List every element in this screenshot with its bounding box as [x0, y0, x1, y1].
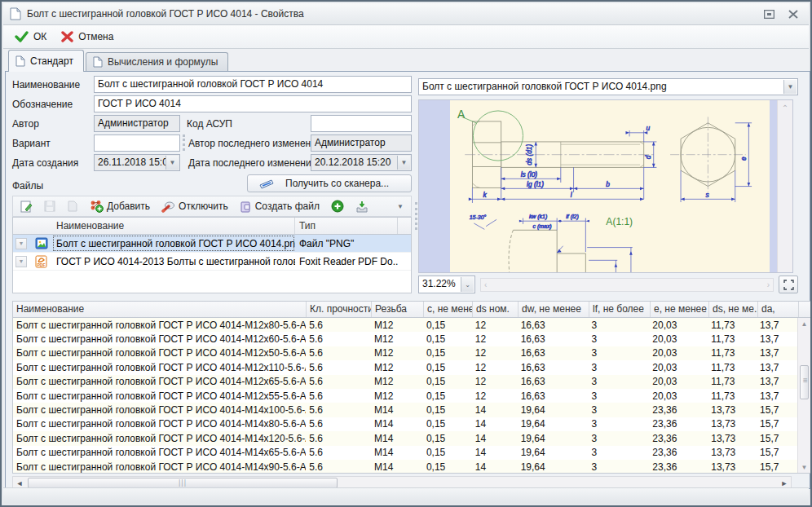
- preview-vertical-scrollbar[interactable]: ⌃: [777, 100, 792, 272]
- spec-row[interactable]: Болт с шестигранной головкой ГОСТ Р ИСО …: [13, 375, 797, 389]
- spec-vertical-scrollbar[interactable]: ▲ ▼: [797, 318, 810, 473]
- spec-row[interactable]: Болт с шестигранной головкой ГОСТ Р ИСО …: [13, 360, 797, 374]
- spec-col-header[interactable]: e, не менее: [651, 302, 709, 317]
- scroll-right-icon[interactable]: ►: [778, 479, 791, 487]
- variant-field[interactable]: [94, 134, 180, 152]
- zoom-dropdown-icon[interactable]: ⌄: [461, 277, 474, 292]
- add-file-button[interactable]: Добавить: [87, 198, 152, 214]
- file-row[interactable]: ▼PDFГОСТ Р ИСО 4014-2013 Болты с шестигр…: [13, 253, 411, 271]
- spec-cell: 5.6: [306, 461, 371, 473]
- tab-formulas[interactable]: Вычисления и формулы: [86, 52, 228, 72]
- restore-button[interactable]: [760, 7, 778, 21]
- spec-row[interactable]: Болт с шестигранной головкой ГОСТ Р ИСО …: [13, 446, 797, 460]
- file-name-cell[interactable]: Болт с шестигранной головкой ГОСТ Р ИСО …: [52, 235, 295, 252]
- title-bar: Болт с шестигранной головкой ГОСТ Р ИСО …: [3, 3, 809, 25]
- author-field: Администратор: [94, 115, 180, 132]
- spec-col-header[interactable]: Кл. прочности: [307, 302, 372, 317]
- file-type-cell[interactable]: Файл "PNG": [295, 235, 398, 252]
- pdf-file-icon: PDF: [35, 255, 47, 268]
- file-name-cell[interactable]: ГОСТ Р ИСО 4014-2013 Болты с шестигранно…: [52, 253, 295, 270]
- create-file-button[interactable]: Создать файл: [237, 199, 322, 214]
- preview-file-dropdown-icon[interactable]: ▼: [783, 80, 797, 94]
- spec-cell: 13,7: [757, 376, 797, 387]
- save-as-file-button[interactable]: [64, 199, 81, 214]
- close-button[interactable]: [784, 7, 802, 21]
- row-dropdown-icon[interactable]: ▼: [15, 238, 27, 249]
- spec-cell: Болт с шестигранной головкой ГОСТ Р ИСО …: [13, 320, 306, 331]
- last-author-value: Администратор: [315, 137, 386, 148]
- spec-col-header[interactable]: c, не менее: [424, 302, 473, 317]
- preview-horizontal-scrollbar[interactable]: ‹ ›: [480, 278, 774, 292]
- spec-cell: 12: [472, 320, 518, 331]
- tab-document-icon: [93, 56, 103, 68]
- green-plus-icon: [331, 200, 344, 213]
- scroll-down-icon[interactable]: ▼: [798, 461, 810, 473]
- dim-c: c (max): [533, 223, 552, 230]
- modified-field[interactable]: 20.12.2018 15:20 ▼: [311, 154, 412, 171]
- spec-cell: 20,03: [649, 376, 708, 387]
- spec-row[interactable]: Болт с шестигранной головкой ГОСТ Р ИСО …: [13, 460, 797, 473]
- spec-col-header[interactable]: lf, не более: [589, 302, 651, 317]
- spec-cell: Болт с шестигранной головкой ГОСТ Р ИСО …: [13, 347, 306, 359]
- spec-row[interactable]: Болт с шестигранной головкой ГОСТ Р ИСО …: [13, 389, 797, 403]
- spec-col-header[interactable]: Наименование: [13, 302, 307, 317]
- row-dropdown-icon[interactable]: ▼: [15, 256, 27, 267]
- asup-field[interactable]: [311, 115, 412, 132]
- spec-cell: 3: [589, 461, 650, 473]
- save-file-button[interactable]: [42, 199, 58, 214]
- pane-splitter[interactable]: [415, 202, 417, 230]
- spec-cell: 15,7: [757, 418, 797, 430]
- zoom-combobox[interactable]: 31.22% ⌄: [418, 276, 475, 293]
- files-toolbar-overflow-icon[interactable]: ▼: [395, 201, 406, 212]
- files-grid-header: Наименование Тип: [13, 218, 411, 235]
- spec-row[interactable]: Болт с шестигранной головкой ГОСТ Р ИСО …: [13, 332, 797, 346]
- file-type-cell[interactable]: Foxit Reader PDF Do...: [295, 253, 398, 270]
- spec-col-header[interactable]: da,: [758, 302, 799, 317]
- edit-file-button[interactable]: [18, 199, 35, 214]
- file-row[interactable]: ▼Болт с шестигранной головкой ГОСТ Р ИСО…: [13, 235, 411, 253]
- spec-cell: 11,73: [708, 376, 757, 387]
- name-field[interactable]: Болт с шестигранной головкой ГОСТ Р ИСО …: [94, 76, 412, 93]
- get-from-scanner-button[interactable]: Получить со сканера...: [247, 174, 412, 192]
- window-title: Болт с шестигранной головкой ГОСТ Р ИСО …: [27, 8, 753, 20]
- spec-col-header[interactable]: ds, не ме...: [709, 302, 758, 317]
- spec-cell: 20,03: [649, 390, 708, 402]
- cancel-button[interactable]: Отмена: [58, 29, 120, 45]
- preview-zoom-row: 31.22% ⌄ ‹ ›: [418, 276, 798, 293]
- spec-col-header[interactable]: Резьба: [372, 302, 424, 317]
- scroll-thumb[interactable]: [800, 365, 809, 399]
- created-dropdown-icon[interactable]: ▼: [165, 156, 179, 170]
- spec-row[interactable]: Болт с шестигранной головкой ГОСТ Р ИСО …: [13, 346, 797, 360]
- scroll-up-icon[interactable]: ▲: [798, 318, 810, 329]
- spec-cell: 5.6: [306, 347, 371, 359]
- designation-field[interactable]: ГОСТ Р ИСО 4014: [94, 95, 412, 112]
- spec-cell: 5.6: [306, 333, 371, 345]
- import-file-button[interactable]: [353, 199, 371, 214]
- spec-row[interactable]: Болт с шестигранной головкой ГОСТ Р ИСО …: [13, 417, 797, 431]
- scroll-right-icon: ›: [767, 280, 770, 289]
- modified-dropdown-icon[interactable]: ▼: [397, 156, 410, 170]
- spec-cell: 12: [472, 376, 518, 387]
- spec-cell: 5.6: [306, 390, 371, 402]
- created-field[interactable]: 26.11.2018 15:0 ▼: [94, 154, 180, 171]
- files-table-body: ▼Болт с шестигранной головкой ГОСТ Р ИСО…: [13, 235, 411, 271]
- spec-row[interactable]: Болт с шестигранной головкой ГОСТ Р ИСО …: [13, 403, 797, 417]
- detach-file-button[interactable]: Отключить: [159, 199, 231, 214]
- fit-to-window-button[interactable]: [779, 276, 798, 293]
- spec-col-header[interactable]: dw, не менее: [519, 302, 589, 317]
- files-col-name[interactable]: Наименование: [52, 218, 295, 234]
- files-col-type[interactable]: Тип: [295, 218, 398, 234]
- preview-file-combobox[interactable]: Болт с шестигранной головкой ГОСТ Р ИСО …: [418, 78, 798, 95]
- dim-s: s: [706, 191, 709, 199]
- spec-cell: 19,64: [518, 433, 589, 444]
- scroll-up-icon: ⌃: [782, 104, 788, 272]
- ok-button[interactable]: ОК: [11, 29, 53, 45]
- spec-row[interactable]: Болт с шестигранной головкой ГОСТ Р ИСО …: [13, 318, 797, 332]
- tab-standart[interactable]: Стандарт: [8, 50, 84, 72]
- tab-standart-label: Стандарт: [30, 55, 73, 67]
- dim-u: u: [646, 124, 650, 132]
- scroll-left-icon[interactable]: ◄: [13, 479, 26, 487]
- add-new-button[interactable]: [329, 198, 346, 214]
- spec-col-header[interactable]: ds ном.: [473, 302, 519, 317]
- spec-row[interactable]: Болт с шестигранной головкой ГОСТ Р ИСО …: [13, 431, 797, 445]
